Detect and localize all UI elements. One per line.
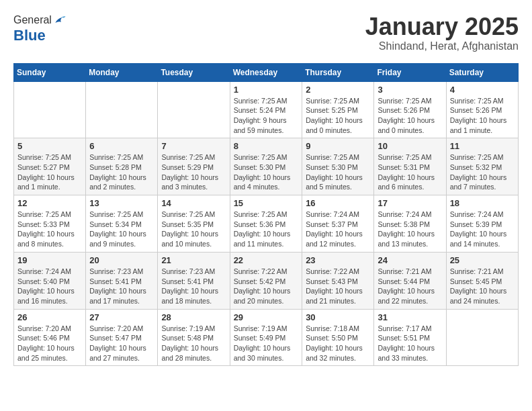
- day-number: 5: [17, 141, 82, 151]
- day-info-text: Sunset: 5:36 PM: [234, 220, 299, 230]
- calendar-header-row: SundayMondayTuesdayWednesdayThursdayFrid…: [14, 63, 519, 81]
- day-number: 23: [306, 255, 370, 265]
- day-info-text: Daylight: 10 hours and 12 minutes.: [306, 229, 370, 248]
- calendar-day-cell: [158, 81, 230, 138]
- calendar-day-cell: 22Sunrise: 7:22 AMSunset: 5:42 PMDayligh…: [230, 252, 302, 309]
- day-info-text: Sunrise: 7:20 AM: [17, 324, 82, 334]
- day-info-text: Sunset: 5:40 PM: [17, 277, 82, 287]
- day-info-text: Sunset: 5:34 PM: [89, 220, 154, 230]
- day-info-text: Sunset: 5:26 PM: [378, 105, 442, 116]
- calendar-day-cell: [446, 309, 518, 366]
- day-info-text: Daylight: 10 hours and 17 minutes.: [89, 286, 154, 306]
- day-number: 31: [378, 312, 442, 322]
- day-info-text: Sunrise: 7:25 AM: [161, 152, 226, 163]
- day-info-text: Sunrise: 7:25 AM: [450, 96, 515, 106]
- calendar-day-cell: 6Sunrise: 7:25 AMSunset: 5:28 PMDaylight…: [86, 138, 158, 195]
- calendar-day-cell: 17Sunrise: 7:24 AMSunset: 5:38 PMDayligh…: [374, 195, 446, 253]
- calendar-day-cell: 24Sunrise: 7:21 AMSunset: 5:44 PMDayligh…: [374, 252, 446, 309]
- day-info-text: Sunrise: 7:25 AM: [450, 152, 515, 163]
- day-number: 19: [17, 255, 82, 265]
- calendar-day-cell: 5Sunrise: 7:25 AMSunset: 5:27 PMDaylight…: [14, 138, 86, 195]
- calendar-week-row: 26Sunrise: 7:20 AMSunset: 5:46 PMDayligh…: [14, 309, 519, 366]
- day-info-text: Sunset: 5:25 PM: [306, 105, 370, 116]
- day-info-text: Sunset: 5:41 PM: [161, 277, 226, 287]
- day-info-text: Sunset: 5:31 PM: [378, 163, 442, 173]
- day-info-text: Daylight: 10 hours and 3 minutes.: [161, 173, 226, 192]
- day-number: 21: [161, 255, 226, 265]
- day-info-text: Sunrise: 7:25 AM: [17, 210, 82, 220]
- calendar-day-cell: 3Sunrise: 7:25 AMSunset: 5:26 PMDaylight…: [374, 81, 446, 138]
- day-number: 7: [161, 141, 226, 151]
- day-number: 24: [378, 255, 442, 265]
- day-info-text: Daylight: 10 hours and 5 minutes.: [306, 173, 370, 192]
- calendar-day-cell: 1Sunrise: 7:25 AMSunset: 5:24 PMDaylight…: [230, 81, 302, 138]
- day-number: 8: [234, 141, 299, 151]
- logo-bird-icon: [53, 13, 66, 27]
- day-info-text: Sunset: 5:46 PM: [17, 333, 82, 343]
- day-info-text: Sunset: 5:29 PM: [161, 163, 226, 173]
- day-info-text: Sunrise: 7:25 AM: [378, 96, 442, 106]
- day-info-text: Sunrise: 7:22 AM: [306, 267, 370, 277]
- calendar-week-row: 5Sunrise: 7:25 AMSunset: 5:27 PMDaylight…: [14, 138, 519, 195]
- day-number: 16: [306, 198, 370, 208]
- day-info-text: Sunrise: 7:23 AM: [161, 267, 226, 277]
- day-info-text: Daylight: 10 hours and 11 minutes.: [234, 229, 299, 248]
- day-info-text: Daylight: 10 hours and 32 minutes.: [306, 343, 370, 363]
- day-number: 10: [378, 141, 442, 151]
- day-info-text: Daylight: 10 hours and 27 minutes.: [89, 343, 154, 363]
- day-info-text: Sunrise: 7:25 AM: [234, 96, 299, 106]
- day-number: 4: [450, 85, 515, 95]
- day-info-text: Sunset: 5:30 PM: [234, 163, 299, 173]
- day-info-text: Sunrise: 7:21 AM: [378, 267, 442, 277]
- day-number: 13: [89, 198, 154, 208]
- calendar-day-cell: 7Sunrise: 7:25 AMSunset: 5:29 PMDaylight…: [158, 138, 230, 195]
- day-of-week-header: Thursday: [302, 63, 374, 81]
- day-number: 11: [450, 141, 515, 151]
- day-info-text: Sunset: 5:24 PM: [234, 105, 299, 116]
- day-info-text: Sunset: 5:51 PM: [378, 333, 442, 343]
- day-info-text: Sunrise: 7:19 AM: [161, 324, 226, 334]
- calendar-day-cell: 15Sunrise: 7:25 AMSunset: 5:36 PMDayligh…: [230, 195, 302, 253]
- day-info-text: Daylight: 10 hours and 20 minutes.: [234, 286, 299, 306]
- calendar-table: SundayMondayTuesdayWednesdayThursdayFrid…: [13, 63, 519, 367]
- day-of-week-header: Monday: [86, 63, 158, 81]
- logo-general-text: General: [13, 14, 52, 26]
- calendar-day-cell: 30Sunrise: 7:18 AMSunset: 5:50 PMDayligh…: [302, 309, 374, 366]
- calendar-day-cell: 21Sunrise: 7:23 AMSunset: 5:41 PMDayligh…: [158, 252, 230, 309]
- day-info-text: Daylight: 10 hours and 10 minutes.: [161, 229, 226, 248]
- calendar-day-cell: 8Sunrise: 7:25 AMSunset: 5:30 PMDaylight…: [230, 138, 302, 195]
- calendar-day-cell: 4Sunrise: 7:25 AMSunset: 5:26 PMDaylight…: [446, 81, 518, 138]
- day-info-text: Sunset: 5:49 PM: [234, 333, 299, 343]
- day-info-text: Sunset: 5:26 PM: [450, 105, 515, 116]
- day-info-text: Daylight: 10 hours and 14 minutes.: [450, 229, 515, 248]
- day-info-text: Daylight: 10 hours and 8 minutes.: [17, 229, 82, 248]
- day-info-text: Daylight: 10 hours and 1 minute.: [17, 173, 82, 192]
- day-info-text: Sunset: 5:43 PM: [306, 277, 370, 287]
- day-info-text: Sunset: 5:37 PM: [306, 220, 370, 230]
- calendar-week-row: 12Sunrise: 7:25 AMSunset: 5:33 PMDayligh…: [14, 195, 519, 253]
- day-info-text: Sunset: 5:33 PM: [17, 220, 82, 230]
- day-number: 15: [234, 198, 299, 208]
- day-info-text: Sunrise: 7:25 AM: [306, 152, 370, 163]
- day-info-text: Daylight: 10 hours and 21 minutes.: [306, 286, 370, 306]
- day-info-text: Sunset: 5:47 PM: [89, 333, 154, 343]
- calendar-day-cell: 26Sunrise: 7:20 AMSunset: 5:46 PMDayligh…: [14, 309, 86, 366]
- day-number: 28: [161, 312, 226, 322]
- day-number: 27: [89, 312, 154, 322]
- day-info-text: Sunrise: 7:22 AM: [234, 267, 299, 277]
- calendar-day-cell: 9Sunrise: 7:25 AMSunset: 5:30 PMDaylight…: [302, 138, 374, 195]
- calendar-day-cell: 2Sunrise: 7:25 AMSunset: 5:25 PMDaylight…: [302, 81, 374, 138]
- day-info-text: Daylight: 10 hours and 2 minutes.: [89, 173, 154, 192]
- calendar-day-cell: 18Sunrise: 7:24 AMSunset: 5:39 PMDayligh…: [446, 195, 518, 253]
- day-info-text: Daylight: 10 hours and 9 minutes.: [89, 229, 154, 248]
- calendar-day-cell: 28Sunrise: 7:19 AMSunset: 5:48 PMDayligh…: [158, 309, 230, 366]
- day-info-text: Sunrise: 7:25 AM: [89, 152, 154, 163]
- day-info-text: Sunset: 5:28 PM: [89, 163, 154, 173]
- calendar-day-cell: 11Sunrise: 7:25 AMSunset: 5:32 PMDayligh…: [446, 138, 518, 195]
- day-info-text: Sunrise: 7:19 AM: [234, 324, 299, 334]
- day-info-text: Daylight: 10 hours and 16 minutes.: [17, 286, 82, 306]
- day-number: 20: [89, 255, 154, 265]
- day-info-text: Sunrise: 7:24 AM: [378, 210, 442, 220]
- calendar-week-row: 19Sunrise: 7:24 AMSunset: 5:40 PMDayligh…: [14, 252, 519, 309]
- day-number: 26: [17, 312, 82, 322]
